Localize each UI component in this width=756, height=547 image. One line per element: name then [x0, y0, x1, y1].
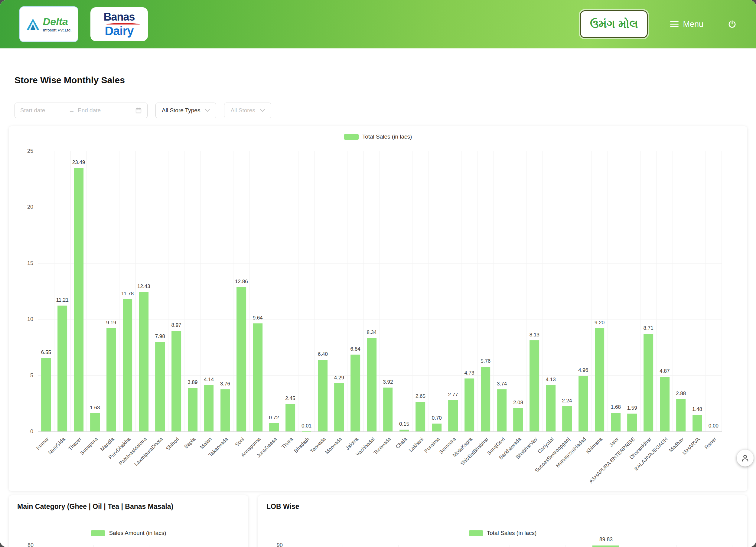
bar-isharva[interactable] [692, 415, 702, 431]
bar-purnima[interactable] [432, 424, 442, 431]
legend-label: Total Sales (in lacs) [362, 133, 412, 140]
bar-value-label: 0.00 [709, 423, 719, 429]
y-axis-tick-label: 15 [27, 260, 33, 266]
bar-jalotra[interactable] [350, 355, 360, 431]
bar-value-label: 3.74 [497, 381, 507, 387]
category-band: 9.20Khimana [591, 151, 608, 431]
bar-thaver[interactable] [74, 168, 83, 431]
bar-terwada[interactable] [318, 360, 328, 431]
bar-barkhawada[interactable] [513, 408, 523, 431]
bar-patelvasmalotra[interactable] [139, 292, 149, 431]
bar-value-label: 4.73 [464, 370, 474, 376]
bar-mahalaxmihadad[interactable] [578, 376, 588, 431]
bar-semodra[interactable] [448, 400, 458, 431]
bar-subapura[interactable] [90, 413, 100, 431]
store-type-select[interactable]: All Store Types [155, 103, 216, 118]
bar-value-label: 12.86 [235, 279, 248, 285]
bar-value-label: 8.97 [171, 322, 181, 328]
bar-laxmipuradhota[interactable] [155, 342, 165, 431]
bar-bapla[interactable] [188, 388, 197, 431]
bar-value-label: 3.92 [383, 379, 393, 385]
category-band: 11.21NaniGida [54, 151, 71, 431]
bar-soni[interactable] [237, 287, 246, 431]
category-band: 3.74SurajDevi [494, 151, 510, 431]
bar-value-label: 0.01 [301, 423, 311, 429]
legend-label: Total Sales (in lacs) [487, 530, 537, 536]
date-range-picker[interactable] [15, 103, 148, 118]
category-band: 0.15Chala [396, 151, 412, 431]
bar-nanigida[interactable] [57, 306, 67, 431]
bar-dariyalal[interactable] [546, 385, 556, 431]
bar-value-label: 4.29 [334, 375, 344, 381]
y-axis-tick-label: 5 [30, 372, 33, 379]
y-axis-tick-label: 80 [28, 542, 34, 547]
menu-button[interactable]: Menu [670, 20, 703, 29]
profile-fab-button[interactable] [737, 450, 754, 467]
bar-dharanidhar[interactable] [644, 334, 653, 431]
category-band: 3.76Takarwada [217, 151, 233, 431]
category-band: 1.63Subapura [87, 151, 103, 431]
bar-kumar[interactable] [41, 358, 51, 431]
bar-vachhadal[interactable] [367, 338, 376, 431]
power-icon [728, 20, 737, 29]
chart-legend[interactable]: Total Sales (in lacs) [9, 133, 747, 140]
end-date-input[interactable] [78, 107, 123, 114]
bar-purvdhakha[interactable] [123, 299, 132, 431]
filters-bar: All Store Types All Stores [15, 103, 756, 118]
category-band: 9.19Mandla [103, 151, 119, 431]
bar[interactable] [592, 545, 619, 547]
start-date-input[interactable] [20, 107, 66, 114]
bar-bhabharvav[interactable] [530, 340, 539, 431]
bar-chala[interactable] [399, 430, 409, 431]
bar-surajdevi[interactable] [497, 389, 507, 431]
bar-morwada[interactable] [334, 383, 344, 431]
chevron-down-icon [205, 109, 210, 112]
logout-button[interactable] [728, 20, 737, 29]
category-band: 2.88Madhav [673, 151, 689, 431]
main-category-legend[interactable]: Sales Amount (in lacs) [9, 530, 248, 536]
bar-mandla[interactable] [106, 328, 116, 431]
category-band: 1.48ISHARVA [689, 151, 705, 431]
main-category-card-header: Main Category (Ghee | Oil | Tea | Banas … [9, 495, 248, 518]
bar-khimana[interactable] [595, 328, 604, 431]
bar-teniwada[interactable] [383, 388, 393, 431]
bar-malan[interactable] [204, 385, 214, 432]
bar-annapurna[interactable] [253, 324, 262, 431]
bar-jalor[interactable] [611, 413, 621, 431]
lob-card-header: LOB Wise [258, 495, 747, 518]
category-band: 6.55Kumar [38, 151, 54, 431]
lob-legend[interactable]: Total Sales (in lacs) [258, 530, 747, 536]
bar-value-label: 2.88 [676, 391, 686, 397]
app-header: Delta Infosoft Pvt.Ltd. Banas Dairy ઉમંગ… [0, 0, 756, 48]
bar-value-label: 4.13 [546, 377, 556, 383]
category-band: 9.64Annapurna [250, 151, 266, 431]
stores-select[interactable]: All Stores [224, 103, 271, 118]
bar-value-label: 0.72 [269, 415, 279, 421]
bar-thara[interactable] [285, 404, 295, 431]
bar-value-label: 9.64 [253, 315, 263, 321]
bar-ashapura-enterprise[interactable] [627, 414, 637, 431]
bar-motakapra[interactable] [464, 379, 474, 431]
bar-value-label: 2.77 [448, 392, 458, 398]
bar-balajivajegadh[interactable] [660, 377, 670, 431]
bar-value-label: 6.84 [350, 346, 360, 352]
legend-swatch [91, 530, 105, 536]
bar-madhav[interactable] [676, 399, 686, 431]
bar-value-label: 9.19 [106, 320, 116, 326]
bar-shihori[interactable] [171, 331, 181, 431]
date-range-arrow-icon [69, 107, 75, 114]
bar-takarwada[interactable] [220, 389, 230, 431]
category-band: 8.13BhabharVav [526, 151, 543, 431]
bar-successwaroopganj[interactable] [562, 406, 572, 431]
bar-junadeesa[interactable] [269, 423, 279, 431]
main-category-card-title: Main Category (Ghee | Oil | Tea | Banas … [17, 503, 240, 511]
stores-select-value: All Stores [230, 107, 255, 114]
bar-shiventbhabhar[interactable] [481, 367, 490, 431]
bar-value-label: 5.76 [481, 358, 490, 364]
legend-swatch [344, 134, 359, 140]
menu-button-label: Menu [683, 20, 703, 29]
bar-value-label: 4.96 [578, 367, 588, 373]
lob-card-title: LOB Wise [266, 503, 739, 511]
bar-lakhani[interactable] [416, 402, 425, 431]
bar-value-label: 0.70 [432, 415, 442, 421]
